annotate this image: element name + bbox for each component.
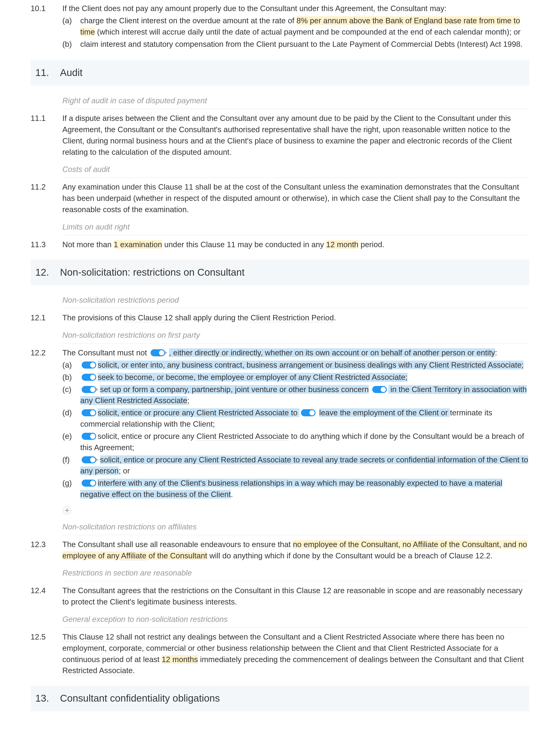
subheading: General exception to non-solicitation re… <box>62 611 529 627</box>
optional-text[interactable]: solicit, or enter into, any business con… <box>98 360 524 369</box>
clause-12-4: 12.4 The Consultant agrees that the rest… <box>31 585 529 607</box>
clause-reference[interactable]: this Clause 11 <box>144 182 193 191</box>
add-clause-icon[interactable] <box>62 506 72 515</box>
term-reference[interactable]: Client Restricted Associate <box>388 644 481 653</box>
optional-text[interactable]: set up or form a company, partnership, j… <box>100 385 369 394</box>
section-11-heading: 11. Audit <box>31 60 529 86</box>
subheading: Limits on audit right <box>62 219 529 235</box>
optional-text[interactable]: solicit, entice or procure any Client Re… <box>80 455 528 475</box>
subclause-b: (b) claim interest and statutory compens… <box>62 38 529 50</box>
clause-12-2: 12.2 The Consultant must not , either di… <box>31 347 529 501</box>
clause-10-1: 10.1 If the Client does not pay any amou… <box>31 3 529 50</box>
section-13-heading: 13. Consultant confidentiality obligatio… <box>31 686 529 711</box>
toggle-icon[interactable] <box>82 433 96 440</box>
highlight-editable[interactable]: 12 months <box>162 655 198 664</box>
term-reference[interactable]: Client Restricted Associate <box>196 432 289 441</box>
toggle-icon[interactable] <box>82 386 99 393</box>
subclause-f: (f) solicit, entice or procure any Clien… <box>62 454 529 477</box>
clause-12-1: 12.1 The provisions of this Clause 12 sh… <box>31 312 529 323</box>
subclause-d: (d) solicit, entice or procure any Clien… <box>62 407 529 430</box>
toggle-icon[interactable] <box>82 479 96 487</box>
term-reference[interactable]: Client Restriction Period <box>251 313 334 322</box>
clause-text: If the Client does not pay any amount pr… <box>62 3 529 14</box>
toggle-icon[interactable] <box>82 409 96 416</box>
subheading: Non-solicitation restrictions on affilia… <box>62 519 529 535</box>
subclause-a: (a) charge the Client interest on the ov… <box>62 15 529 38</box>
clause-reference[interactable]: this Clause 12 <box>124 313 173 322</box>
optional-text[interactable]: , either directly or indirectly, whether… <box>169 348 495 357</box>
subclause-a: (a) solicit, or enter into, any business… <box>62 359 529 371</box>
subclause-g: (g) interfere with any of the Client's b… <box>62 477 529 500</box>
clause-11-2: 11.2 Any examination under this Clause 1… <box>31 181 529 215</box>
toggle-icon[interactable] <box>301 409 315 416</box>
term-reference[interactable]: Client Restricted Associate <box>324 632 416 641</box>
clause-reference[interactable]: This Clause 12 <box>62 632 114 641</box>
optional-text[interactable]: leave the employment of the Client or <box>319 408 450 417</box>
toggle-icon[interactable] <box>372 386 387 393</box>
clause-11-1: 11.1 If a dispute arises between the Cli… <box>31 113 529 158</box>
highlight-editable[interactable]: 1 examination <box>114 240 162 249</box>
subclause-e: (e) solicit, entice or procure any Clien… <box>62 431 529 453</box>
clause-number: 10.1 <box>31 3 55 50</box>
highlight-editable[interactable]: 12 month <box>326 240 359 249</box>
section-12-heading: 12. Non-solicitation: restrictions on Co… <box>31 260 529 285</box>
optional-text[interactable]: solicit, entice or procure any Client Re… <box>98 408 299 417</box>
clause-12-5: 12.5 This Clause 12 shall not restrict a… <box>31 631 529 676</box>
subheading: Restrictions in section are reasonable <box>62 565 529 581</box>
subheading: Right of audit in case of disputed payme… <box>62 93 529 109</box>
subheading: Costs of audit <box>62 161 529 178</box>
toggle-icon[interactable] <box>82 374 96 381</box>
clause-11-3: 11.3 Not more than 1 examination under t… <box>31 239 529 250</box>
toggle-icon[interactable] <box>82 456 99 463</box>
optional-text[interactable]: interfere with any of the Client's busin… <box>80 479 502 499</box>
subheading: Non-solicitation restrictions on first p… <box>62 327 529 343</box>
toggle-icon[interactable] <box>82 361 96 368</box>
clause-reference[interactable]: this Clause 12 <box>282 586 331 595</box>
subclause-c: (c) set up or form a company, partnershi… <box>62 384 529 407</box>
clause-12-3: 12.3 The Consultant shall use all reason… <box>31 539 529 561</box>
optional-text[interactable]: seek to become, or become, the employee … <box>98 373 408 382</box>
toggle-icon[interactable] <box>151 349 167 356</box>
subheading: Non-solicitation restrictions period <box>62 292 529 308</box>
subclause-b: (b) seek to become, or become, the emplo… <box>62 372 529 383</box>
